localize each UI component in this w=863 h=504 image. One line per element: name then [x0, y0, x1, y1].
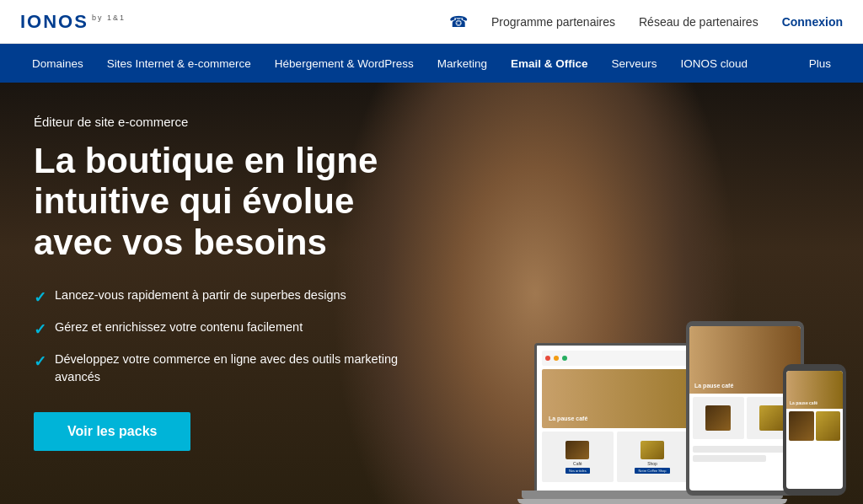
- check-icon-2: ✓: [34, 319, 46, 340]
- tablet-hero-text: La pause café: [694, 383, 733, 389]
- dot-red: [545, 356, 550, 361]
- nav-plus[interactable]: Plus: [797, 44, 843, 83]
- hero-title: La boutique en ligne intuitive qui évolu…: [34, 141, 438, 263]
- phone-screen: La pause café: [786, 371, 843, 489]
- top-nav: ☎ Programme partenaires Réseau de parten…: [449, 13, 843, 31]
- tablet-product-img-1: [705, 405, 731, 431]
- voir-les-packs-button[interactable]: Voir les packs: [34, 412, 190, 451]
- nav-domaines[interactable]: Domaines: [20, 44, 95, 83]
- phone-frame: La pause café: [783, 364, 846, 496]
- feature-item-2: ✓ Gérez et enrichissez votre contenu fac…: [34, 319, 438, 340]
- screen-product-1: Café Nos articles: [542, 432, 614, 482]
- logo-by: by 1&1: [92, 13, 126, 22]
- product-image-1: [566, 441, 589, 459]
- logo[interactable]: IONOSby 1&1: [20, 11, 126, 33]
- hero-section: Éditeur de site e-commerce La boutique e…: [0, 83, 863, 504]
- phone-products: [786, 409, 843, 443]
- logo-text: IONOSby 1&1: [20, 11, 126, 33]
- logo-brand: IONOS: [20, 11, 88, 32]
- screen-hero-title: La pause café: [549, 416, 587, 421]
- feature-item-1: ✓ Lancez-vous rapidement à partir de sup…: [34, 287, 438, 308]
- phone-mockup: La pause café: [783, 364, 846, 496]
- laptop-foot: [517, 499, 787, 504]
- reseau-partenaires-link[interactable]: Réseau de partenaires: [639, 15, 758, 29]
- product-btn-2[interactable]: Notre Coffee Shop: [635, 468, 669, 474]
- tablet-line-2: [693, 455, 766, 462]
- phone-product-2: [816, 411, 841, 441]
- hero-features: ✓ Lancez-vous rapidement à partir de sup…: [34, 287, 438, 385]
- product-label-2: Shop: [647, 461, 657, 466]
- top-bar: IONOSby 1&1 ☎ Programme partenaires Rése…: [0, 0, 863, 44]
- dot-yellow: [554, 356, 559, 361]
- tablet-product-1: [693, 397, 744, 439]
- feature-text-3: Développez votre commerce en ligne avec …: [55, 351, 438, 385]
- feature-item-3: ✓ Développez votre commerce en ligne ave…: [34, 351, 438, 385]
- device-mockups: La pause café Café Nos articles Shop Not…: [517, 251, 846, 504]
- nav-email-office[interactable]: Email & Office: [499, 44, 600, 83]
- phone-hero: La pause café: [786, 371, 843, 409]
- check-icon-1: ✓: [34, 287, 46, 308]
- screen-product-2: Shop Notre Coffee Shop: [617, 432, 689, 482]
- hero-subtitle: Éditeur de site e-commerce: [34, 115, 438, 129]
- connexion-link[interactable]: Connexion: [782, 15, 843, 29]
- product-label-1: Café: [573, 461, 582, 466]
- nav-hebergement[interactable]: Hébergement & WordPress: [263, 44, 426, 83]
- product-image-2: [641, 441, 664, 459]
- phone-hero-text: La pause café: [790, 400, 817, 405]
- feature-text-1: Lancez-vous rapidement à partir de super…: [55, 287, 346, 303]
- product-btn-1[interactable]: Nos articles: [566, 468, 590, 474]
- hero-content: Éditeur de site e-commerce La boutique e…: [0, 83, 472, 483]
- feature-text-2: Gérez et enrichissez votre contenu facil…: [55, 319, 303, 335]
- nav-marketing[interactable]: Marketing: [426, 44, 499, 83]
- phone-icon: ☎: [449, 13, 468, 31]
- tablet-line-1: [693, 446, 797, 453]
- phone-product-1: [789, 411, 814, 441]
- dot-green: [562, 356, 567, 361]
- programme-partenaires-link[interactable]: Programme partenaires: [491, 15, 615, 29]
- nav-ionos-cloud[interactable]: IONOS cloud: [669, 44, 760, 83]
- nav-serveurs[interactable]: Serveurs: [600, 44, 669, 83]
- nav-sites-internet[interactable]: Sites Internet & e-commerce: [95, 44, 263, 83]
- tablet-product-img-2: [759, 405, 785, 431]
- check-icon-3: ✓: [34, 351, 46, 373]
- main-nav: Domaines Sites Internet & e-commerce Héb…: [0, 44, 863, 83]
